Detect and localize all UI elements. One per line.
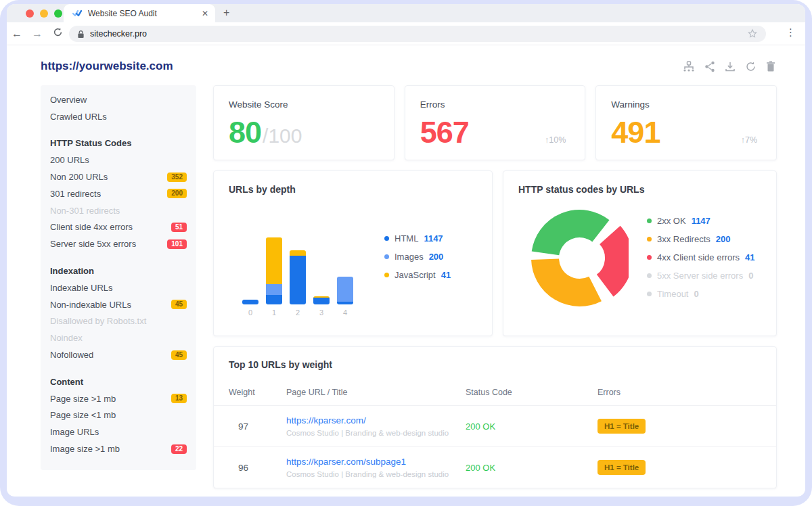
donut-slice-3xx-redirects[interactable]: [545, 259, 595, 292]
section-title-label: Content: [50, 377, 83, 387]
page-url-link[interactable]: https://kparser.com/subpage1: [286, 457, 466, 467]
legend-item-3xx-redirects[interactable]: 3xx Redirects200: [647, 234, 755, 244]
error-chip: H1 = Title: [597, 460, 646, 475]
bar-segment-html[interactable]: [337, 302, 353, 304]
sidebar-item-page-size-1-mb[interactable]: Page size >1 mb13: [50, 390, 187, 407]
donut-slice-4xx-client-side-errors[interactable]: [605, 235, 618, 285]
legend-item-javascript[interactable]: JavaScript41: [384, 270, 451, 280]
sidebar-section: OverviewCrawled URLs: [50, 91, 187, 125]
sidebar-item-disallowed-by-robots-txt: Disallowed by Robots.txt: [50, 313, 187, 330]
bar-segment-html[interactable]: [290, 256, 306, 304]
sidebar-item-crawled-urls[interactable]: Crawled URLs: [50, 108, 187, 125]
legend-label: 5xx Server side errors: [657, 271, 743, 281]
top-urls-table-card: Top 10 URLs by weight Weight Page URL / …: [213, 346, 777, 488]
sidebar-item-label: Disallowed by Robots.txt: [50, 316, 146, 326]
legend-item-4xx-client-side-errors[interactable]: 4xx Client side errors41: [647, 252, 755, 262]
column-header-weight: Weight: [229, 388, 286, 397]
table-body: 97https://kparser.com/Cosmos Studio | Br…: [214, 406, 776, 488]
bar-chart-legend: HTML1147Images200JavaScript41: [384, 233, 451, 280]
page-url-link[interactable]: https://kparser.com/: [286, 415, 466, 426]
sidebar-item-label: Image size >1 mb: [50, 444, 120, 454]
forward-icon[interactable]: →: [27, 28, 47, 40]
bar-3[interactable]: 3: [313, 296, 330, 317]
reload-icon[interactable]: [47, 27, 68, 40]
legend-value: 200: [716, 234, 731, 244]
legend-label: Timeout: [657, 289, 688, 299]
browser-menu-icon[interactable]: ⋮: [786, 26, 796, 39]
tab-title: Website SEO Audit: [88, 9, 202, 18]
tab-close-icon[interactable]: ✕: [202, 9, 208, 18]
new-tab-button[interactable]: +: [223, 6, 229, 20]
bar-segment-javascript[interactable]: [290, 250, 306, 256]
bar-2[interactable]: 2: [290, 250, 306, 317]
sitemap-icon[interactable]: [683, 61, 695, 72]
bar-segment-images[interactable]: [337, 277, 353, 302]
errors-card: Errors 567 ↑10%: [405, 85, 586, 160]
bar-segment-html[interactable]: [313, 298, 330, 304]
sidebar-item-label: Crawled URLs: [50, 112, 107, 122]
lock-icon[interactable]: [77, 30, 85, 39]
legend-item-2xx-ok[interactable]: 2xx OK1147: [647, 216, 755, 226]
sidebar-item-non-200-urls[interactable]: Non 200 URLs352: [50, 168, 187, 185]
sidebar-item-indexable-urls[interactable]: Indexable URLs: [50, 279, 187, 296]
sidebar-item-label: Noindex: [50, 333, 83, 343]
refresh-icon[interactable]: [745, 61, 757, 72]
chart-title: HTTP status codes by URLs: [518, 184, 761, 195]
sidebar-section: IndexationIndexable URLsNon-indexable UR…: [50, 262, 187, 363]
bar-4[interactable]: 4: [337, 277, 353, 317]
website-score-suffix: /100: [263, 124, 302, 147]
sidebar-item-page-size-1-mb[interactable]: Page size <1 mb: [50, 407, 187, 424]
sidebar-item-overview[interactable]: Overview: [50, 91, 187, 108]
bar-segment-images[interactable]: [266, 284, 282, 295]
header-actions: [683, 61, 775, 72]
bar-stack: [290, 250, 306, 304]
sidebar-item-image-urls[interactable]: Image URLs: [50, 423, 187, 440]
url-bar[interactable]: sitechecker.pro: [69, 26, 766, 42]
bar-stack: [266, 237, 282, 304]
legend-label: JavaScript: [394, 270, 436, 280]
cell-status-code: 200 OK: [466, 463, 597, 473]
sidebar-item-server-side-5xx-errors[interactable]: Server side 5xx errors101: [50, 235, 187, 252]
close-window-button[interactable]: [26, 9, 34, 18]
sidebar-item-nofollowed[interactable]: Nofollowed45: [50, 346, 187, 363]
share-icon[interactable]: [704, 61, 715, 72]
donut-slice-2xx-ok[interactable]: [545, 224, 601, 254]
column-header-errors: Errors: [597, 388, 761, 397]
sidebar-item-301-redirects[interactable]: 301 redirects200: [50, 185, 187, 202]
sidebar-item-label: Indexable URLs: [50, 283, 113, 293]
stat-label: Website Score: [229, 99, 379, 110]
legend-item-html[interactable]: HTML1147: [384, 233, 451, 244]
cell-errors: H1 = Title: [597, 419, 761, 434]
back-icon[interactable]: ←: [7, 28, 27, 40]
bookmark-star-icon[interactable]: [747, 28, 758, 39]
cell-weight: 97: [229, 421, 286, 432]
website-score-card: Website Score 80 /100: [213, 85, 394, 160]
maximize-window-button[interactable]: [54, 9, 62, 18]
sidebar-item-label: Page size >1 mb: [50, 394, 116, 404]
bar-1[interactable]: 1: [266, 237, 282, 317]
legend-item-images[interactable]: Images200: [384, 252, 451, 262]
stat-label: Errors: [420, 99, 570, 110]
sidebar-item-client-side-4xx-errors[interactable]: Client side 4xx errors51: [50, 219, 187, 236]
sidebar-section-title-content: Content: [50, 373, 187, 390]
download-icon[interactable]: [725, 61, 736, 72]
browser-tab[interactable]: Website SEO Audit ✕: [64, 4, 215, 22]
bar-segment-html[interactable]: [242, 300, 258, 304]
legend-item-5xx-server-side-errors: 5xx Server side errors0: [647, 271, 755, 281]
sidebar-item-200-urls[interactable]: 200 URLs: [50, 152, 187, 168]
warnings-card: Warnings 491 ↑7%: [595, 85, 777, 160]
sidebar-item-image-size-1-mb[interactable]: Image size >1 mb22: [50, 440, 187, 457]
sidebar-item-non-indexable-urls[interactable]: Non-indexable URLs45: [50, 296, 187, 313]
legend-dot-icon: [384, 236, 389, 241]
count-badge: 22: [171, 444, 187, 454]
bar-segment-html[interactable]: [266, 295, 282, 304]
trash-icon[interactable]: [766, 61, 775, 72]
x-axis-tick: 1: [272, 308, 276, 317]
legend-value: 1147: [692, 216, 710, 226]
bar-segment-javascript[interactable]: [266, 237, 282, 284]
bar-0[interactable]: 0: [242, 300, 258, 317]
sidebar-item-label: Page size <1 mb: [50, 410, 116, 420]
minimize-window-button[interactable]: [40, 9, 48, 18]
cell-page-url: https://kparser.com/Cosmos Studio | Bran…: [286, 415, 466, 437]
errors-trend: ↑10%: [545, 135, 566, 145]
